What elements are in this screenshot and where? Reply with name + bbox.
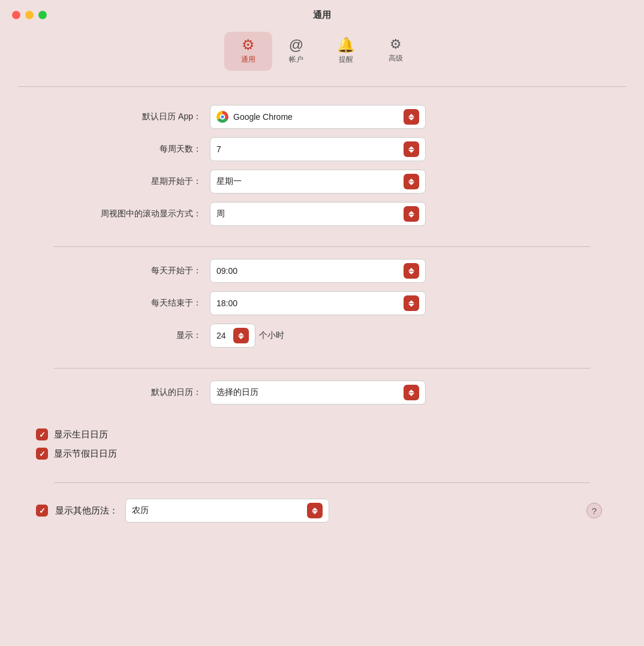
- window-title: 通用: [313, 10, 331, 21]
- label-day-end: 每天结束于：: [36, 298, 210, 309]
- content-area: 默认日历 App： Google Chrome 每周天数： 7: [0, 93, 644, 646]
- day-start-value: 09:00: [216, 266, 404, 276]
- default-calendar-value: 选择的日历: [216, 387, 404, 398]
- chevron-default-calendar[interactable]: [404, 385, 419, 400]
- label-days-per-week: 每周天数：: [36, 144, 210, 155]
- chevron-up-icon: [408, 114, 414, 117]
- divider-2: [54, 368, 590, 369]
- chevron-display[interactable]: [233, 328, 249, 343]
- chevron-days-per-week[interactable]: [404, 141, 419, 157]
- titlebar: 通用: [0, 0, 644, 27]
- dropdown-day-start[interactable]: 09:00: [210, 259, 426, 283]
- chevron-down-icon: [238, 336, 244, 339]
- bottom-row: ✓ 显示其他历法： 农历 ?: [36, 489, 608, 529]
- dropdown-default-calendar[interactable]: 选择的日历: [210, 381, 426, 404]
- checkbox-holiday[interactable]: ✓: [36, 448, 48, 460]
- chevron-down-icon: [312, 511, 318, 514]
- checkbox-birthday[interactable]: ✓: [36, 428, 48, 440]
- chevron-down-icon: [408, 215, 414, 218]
- tab-general[interactable]: ⚙ 通用: [224, 32, 272, 71]
- chevron-up-icon: [408, 146, 414, 149]
- checkmark-icon: ✓: [39, 507, 46, 515]
- other-calendar-value: 农历: [132, 505, 307, 516]
- tab-reminder[interactable]: 🔔 提醒: [320, 32, 372, 71]
- tab-reminder-label: 提醒: [339, 55, 353, 65]
- form-section-2: 每天开始于： 09:00 每天结束于： 18:00 显示：: [36, 253, 608, 362]
- dropdown-other-calendar[interactable]: 农历: [125, 499, 329, 523]
- chevron-day-start[interactable]: [404, 263, 419, 279]
- dropdown-scroll-mode[interactable]: 周: [210, 202, 426, 226]
- chevron-day-end[interactable]: [404, 295, 419, 311]
- divider-top: [18, 86, 626, 87]
- window-controls: [12, 11, 47, 19]
- divider-3: [54, 482, 590, 483]
- dropdown-default-app[interactable]: Google Chrome: [210, 105, 426, 129]
- display-value: 24: [216, 331, 228, 340]
- tab-bar: ⚙ 通用 @ 帐户 🔔 提醒 ⚙ 高级: [0, 27, 644, 80]
- chevron-down-icon: [408, 271, 414, 274]
- form-section-3: 默认的日历： 选择的日历: [36, 375, 608, 419]
- checkbox-other-calendar[interactable]: ✓: [36, 505, 48, 517]
- label-display: 显示：: [36, 330, 210, 341]
- advanced-gear-icon: ⚙: [390, 38, 402, 51]
- checkbox-row-holiday: ✓ 显示节假日日历: [36, 448, 608, 460]
- chevron-down-icon: [408, 393, 414, 396]
- tab-account[interactable]: @ 帐户: [272, 32, 320, 71]
- chevron-up-icon: [408, 268, 414, 271]
- chevron-down-icon: [408, 150, 414, 153]
- chrome-icon: [216, 111, 228, 123]
- tab-account-label: 帐户: [289, 55, 303, 65]
- label-other-calendar: 显示其他历法：: [55, 505, 118, 517]
- dropdown-day-end[interactable]: 18:00: [210, 291, 426, 315]
- chevron-up-icon: [312, 508, 318, 511]
- chevron-down-icon: [408, 117, 414, 120]
- chevron-down-icon: [408, 182, 414, 185]
- row-days-per-week: 每周天数： 7: [36, 137, 608, 161]
- chevron-default-app[interactable]: [404, 109, 419, 125]
- chevron-up-icon: [238, 333, 244, 336]
- at-icon: @: [289, 38, 303, 52]
- gear-icon: ⚙: [242, 38, 255, 52]
- chevron-up-icon: [408, 179, 414, 182]
- default-app-value: Google Chrome: [233, 112, 404, 122]
- scroll-mode-value: 周: [216, 209, 404, 219]
- checkbox-row-birthday: ✓ 显示生日日历: [36, 428, 608, 440]
- chevron-up-icon: [408, 211, 414, 214]
- row-week-start: 星期开始于： 星期一: [36, 170, 608, 194]
- dropdown-days-per-week[interactable]: 7: [210, 137, 426, 161]
- chevron-scroll-mode[interactable]: [404, 206, 419, 222]
- label-day-start: 每天开始于：: [36, 265, 210, 276]
- display-suffix: 个小时: [259, 330, 284, 341]
- tab-general-label: 通用: [241, 55, 255, 65]
- chevron-week-start[interactable]: [404, 174, 419, 189]
- checkbox-section: ✓ 显示生日日历 ✓ 显示节假日日历: [36, 419, 608, 476]
- minimize-button[interactable]: [25, 11, 34, 19]
- row-day-end: 每天结束于： 18:00: [36, 291, 608, 315]
- checkmark-icon: ✓: [39, 431, 46, 439]
- close-button[interactable]: [12, 11, 20, 19]
- checkbox-holiday-label: 显示节假日日历: [54, 448, 117, 460]
- chevron-up-icon: [408, 390, 414, 393]
- form-section-1: 默认日历 App： Google Chrome 每周天数： 7: [36, 99, 608, 240]
- label-week-start: 星期开始于：: [36, 176, 210, 187]
- chevron-up-icon: [408, 300, 414, 303]
- chevron-down-icon: [408, 304, 414, 307]
- week-start-value: 星期一: [216, 176, 404, 187]
- dropdown-week-start[interactable]: 星期一: [210, 170, 426, 194]
- day-end-value: 18:00: [216, 298, 404, 308]
- label-default-calendar: 默认的日历：: [36, 387, 210, 398]
- row-day-start: 每天开始于： 09:00: [36, 259, 608, 283]
- tab-advanced[interactable]: ⚙ 高级: [372, 32, 420, 71]
- maximize-button[interactable]: [38, 11, 47, 19]
- divider-1: [54, 246, 590, 247]
- row-default-app: 默认日历 App： Google Chrome: [36, 105, 608, 129]
- tab-advanced-label: 高级: [389, 53, 403, 64]
- checkbox-birthday-label: 显示生日日历: [54, 429, 108, 440]
- display-stepper[interactable]: 24: [210, 324, 255, 348]
- label-default-app: 默认日历 App：: [36, 111, 210, 122]
- help-button[interactable]: ?: [586, 503, 602, 518]
- bell-icon: 🔔: [337, 38, 355, 52]
- chevron-other-calendar[interactable]: [307, 503, 323, 518]
- checkmark-icon: ✓: [39, 450, 46, 458]
- display-stepper-container: 24 个小时: [210, 324, 284, 348]
